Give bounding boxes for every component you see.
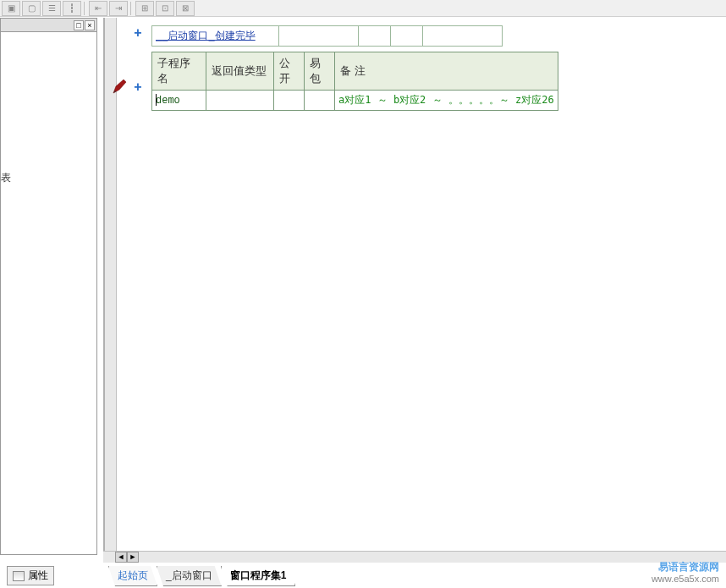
toolbar-btn-8[interactable]: ⊡ <box>156 1 174 16</box>
subroutine-table: 子程序名 返回值类型 公开 易包 备 注 demo a对应1 ～ b对应2 ～ … <box>151 52 558 111</box>
bottom-tabs: 起始页 _启动窗口 窗口程序集1 <box>108 568 294 586</box>
sub-remark-cell[interactable]: a对应1 ～ b对应2 ～ 。。。。。～ z对应26 <box>335 91 558 111</box>
header-pkg: 易包 <box>305 52 335 91</box>
header-name: 子程序名 <box>152 52 206 91</box>
toolbar-separator <box>84 2 85 15</box>
toolbar-btn-5[interactable]: ⇤ <box>89 1 107 16</box>
table-row[interactable]: demo a对应1 ～ b对应2 ～ 。。。。。～ z对应26 <box>152 91 558 111</box>
top-toolbar: ▣ ▢ ☰ ┇ ⇤ ⇥ ⊞ ⊡ ⊠ <box>0 0 726 17</box>
event-cell[interactable] <box>359 25 391 46</box>
expand-icon[interactable]: + <box>132 27 144 39</box>
sub-name-text: demo <box>156 95 180 107</box>
watermark: 易语言资源网 www.e5a5x.com <box>652 561 719 585</box>
sub-rettype-cell[interactable] <box>206 91 274 111</box>
sub-pkg-cell[interactable] <box>305 91 335 111</box>
tab-start-page[interactable]: 起始页 <box>108 566 157 586</box>
header-rettype: 返回值类型 <box>206 52 274 91</box>
watermark-cn: 易语言资源网 <box>652 561 719 573</box>
close-icon[interactable]: × <box>85 20 95 30</box>
properties-icon <box>13 571 25 581</box>
tab-start-window[interactable]: _启动窗口 <box>157 566 222 586</box>
toolbar-btn-3[interactable]: ☰ <box>42 1 61 16</box>
header-public: 公开 <box>274 52 305 91</box>
toolbar-btn-1[interactable]: ▣ <box>2 1 20 16</box>
scroll-left-icon[interactable]: ◄ <box>115 552 127 563</box>
header-remark: 备 注 <box>335 52 558 91</box>
event-cell[interactable] <box>279 25 359 46</box>
toolbar-btn-6[interactable]: ⇥ <box>109 1 128 16</box>
scroll-right-icon[interactable]: ► <box>127 552 139 563</box>
tab-program-set[interactable]: 窗口程序集1 <box>221 566 296 586</box>
left-truncated-label: 表 <box>1 171 11 185</box>
toolbar-separator <box>130 2 131 15</box>
properties-button[interactable]: 属性 <box>7 566 54 585</box>
event-name-cell[interactable]: __启动窗口_创建完毕 <box>152 25 279 46</box>
left-panel-header: □ × <box>1 19 96 32</box>
horizontal-scrollbar[interactable]: ◄ ► <box>103 551 726 563</box>
watermark-url: www.e5a5x.com <box>652 573 719 585</box>
toolbar-btn-4[interactable]: ┇ <box>63 1 81 16</box>
vertical-scrollbar[interactable] <box>105 18 117 563</box>
dock-icon[interactable]: □ <box>74 20 84 30</box>
edit-pen-icon <box>112 78 129 95</box>
expand-icon[interactable]: + <box>132 81 144 93</box>
editor-area: + + __启动窗口_创建完毕 子程序名 返回值类型 公开 易包 备 注 <box>103 18 726 563</box>
sub-name-cell[interactable]: demo <box>152 91 206 111</box>
toolbar-btn-9[interactable]: ⊠ <box>176 1 195 16</box>
text-cursor <box>156 94 157 106</box>
sub-public-cell[interactable] <box>274 91 305 111</box>
properties-label: 属性 <box>28 569 48 583</box>
left-panel: □ × 表 <box>0 18 97 555</box>
event-cell[interactable] <box>391 25 423 46</box>
event-cell[interactable] <box>423 25 503 46</box>
toolbar-btn-2[interactable]: ▢ <box>22 1 41 16</box>
table-header-row: 子程序名 返回值类型 公开 易包 备 注 <box>152 52 558 91</box>
event-row: __启动窗口_创建完毕 <box>151 23 503 45</box>
toolbar-btn-7[interactable]: ⊞ <box>135 1 154 16</box>
